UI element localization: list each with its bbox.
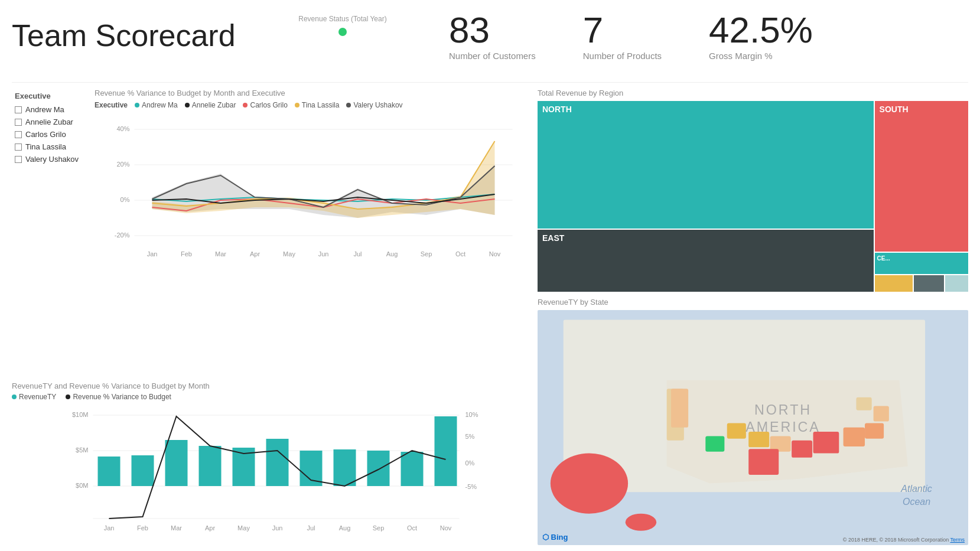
legend-text-andrew: Andrew Ma xyxy=(142,101,178,109)
checkbox-annelie[interactable] xyxy=(15,119,22,126)
legend-text-revenue-ty: RevenueTY xyxy=(19,393,56,401)
svg-text:Feb: Feb xyxy=(137,524,148,532)
kpi-margin-value: 42.5% xyxy=(709,12,813,48)
main-content: Executive Andrew Ma Annelie Zubar Carlos… xyxy=(12,83,968,545)
treemap: NORTH EAST SOUTH CE... xyxy=(538,101,968,292)
title-area: Team Scorecard xyxy=(12,12,260,53)
svg-text:Aug: Aug xyxy=(339,524,351,532)
treemap-south: SOUTH xyxy=(875,101,968,252)
treemap-tiny-row xyxy=(875,275,968,292)
bar-apr xyxy=(199,446,222,486)
legend-dot-variance-budget xyxy=(66,394,70,399)
svg-text:Jun: Jun xyxy=(272,524,283,532)
bar-nov xyxy=(435,416,457,486)
map-svg: NORTH AMERICA Atlantic Ocean xyxy=(538,310,968,545)
checkbox-tina[interactable] xyxy=(15,144,22,151)
treemap-east: EAST xyxy=(538,230,874,292)
filter-item-andrew[interactable]: Andrew Ma xyxy=(15,105,86,114)
filter-item-tina[interactable]: Tina Lassila xyxy=(15,142,86,151)
legend-text-variance-budget: Revenue % Variance to Budget xyxy=(73,393,171,401)
treemap-small-col: CE... xyxy=(875,253,968,292)
filter-item-carlos[interactable]: Carlos Grilo xyxy=(15,130,86,139)
filter-label-andrew: Andrew Ma xyxy=(25,105,64,114)
legend-variance-budget: Revenue % Variance to Budget xyxy=(66,393,171,401)
legend-text-annelie: Annelie Zubar xyxy=(192,101,236,109)
header: Team Scorecard Revenue Status (Total Yea… xyxy=(12,6,968,83)
svg-text:Aug: Aug xyxy=(386,250,398,257)
legend-dot-tina xyxy=(295,103,299,107)
bar-mar xyxy=(165,440,188,486)
total-revenue-panel: Total Revenue by Region NORTH EAST SOUTH… xyxy=(538,89,968,292)
checkbox-carlos[interactable] xyxy=(15,131,22,138)
svg-text:Sep: Sep xyxy=(421,250,432,257)
svg-text:Jul: Jul xyxy=(307,524,315,532)
svg-text:0%: 0% xyxy=(465,459,475,467)
svg-text:40%: 40% xyxy=(116,125,129,132)
treemap-central: CE... xyxy=(875,253,968,274)
checkbox-andrew[interactable] xyxy=(15,106,22,113)
bar-aug xyxy=(334,449,356,486)
bar-jan xyxy=(98,457,121,486)
state-ca xyxy=(671,389,688,428)
svg-text:-5%: -5% xyxy=(465,483,477,490)
legend-dot-andrew xyxy=(135,103,139,107)
svg-text:Feb: Feb xyxy=(181,250,192,257)
svg-text:Sep: Sep xyxy=(373,524,385,532)
revenue-state-title: RevenueTY by State xyxy=(538,298,968,307)
treemap-north: NORTH xyxy=(538,101,874,229)
svg-text:May: May xyxy=(283,250,295,257)
legend-dot-carlos xyxy=(243,103,248,107)
revenue-ty-svg: $10M $5M $0M 10% 5% 0% -5% xyxy=(12,403,529,545)
map-hawaii xyxy=(626,514,656,531)
map-ocean-label: Ocean xyxy=(903,496,930,507)
right-column: Total Revenue by Region NORTH EAST SOUTH… xyxy=(538,89,968,545)
filter-item-annelie[interactable]: Annelie Zubar xyxy=(15,118,86,126)
legend-carlos: Carlos Grilo xyxy=(243,101,287,109)
legend-dot-valery xyxy=(346,103,351,107)
checkbox-valery[interactable] xyxy=(15,156,22,163)
map-continent-label: NORTH xyxy=(754,402,812,418)
total-revenue-title: Total Revenue by Region xyxy=(538,89,968,97)
kpi-customers-value: 83 xyxy=(449,12,536,48)
filter-title: Executive xyxy=(15,92,86,100)
legend-valery: Valery Ushakov xyxy=(346,101,402,109)
revenue-ty-chart: RevenueTY and Revenue % Variance to Budg… xyxy=(12,382,529,545)
status-dot xyxy=(338,28,347,36)
left-column: Executive Andrew Ma Annelie Zubar Carlos… xyxy=(12,89,529,545)
svg-text:$10M: $10M xyxy=(72,411,89,418)
svg-text:Mar: Mar xyxy=(215,250,226,257)
bar-sep xyxy=(367,451,390,486)
revenue-ty-legend: RevenueTY Revenue % Variance to Budget xyxy=(12,393,529,401)
svg-text:20%: 20% xyxy=(116,161,129,168)
treemap-yellow xyxy=(875,275,913,292)
svg-text:Nov: Nov xyxy=(440,524,452,532)
bing-logo: ⬡ Bing xyxy=(542,533,568,542)
svg-text:5%: 5% xyxy=(465,433,475,440)
state-se1 xyxy=(813,432,839,453)
map-terms-link[interactable]: Terms xyxy=(950,537,965,543)
svg-text:10%: 10% xyxy=(465,411,478,418)
status-area: Revenue Status (Total Year) xyxy=(260,12,425,38)
legend-text-carlos: Carlos Grilo xyxy=(250,101,287,109)
state-se3 xyxy=(792,441,812,458)
revenue-variance-chart: Revenue % Variance to Budget by Month an… xyxy=(95,89,529,376)
svg-text:May: May xyxy=(237,524,250,532)
filter-item-valery[interactable]: Valery Ushakov xyxy=(15,155,86,164)
page-title: Team Scorecard xyxy=(12,18,260,53)
kpi-customers-label: Number of Customers xyxy=(449,51,536,61)
bar-oct xyxy=(401,452,424,486)
kpi-products-value: 7 xyxy=(583,12,662,48)
svg-text:Jul: Jul xyxy=(353,250,362,257)
bar-jun xyxy=(266,439,289,486)
kpi-margin-label: Gross Margin % xyxy=(709,51,813,61)
dashboard: Team Scorecard Revenue Status (Total Yea… xyxy=(0,0,980,551)
legend-annelie: Annelie Zubar xyxy=(185,101,236,109)
revenue-ty-title: RevenueTY and Revenue % Variance to Budg… xyxy=(12,382,529,390)
treemap-light-small xyxy=(945,275,968,292)
legend-text-valery: Valery Ushakov xyxy=(353,101,402,109)
top-chart-row: Executive Andrew Ma Annelie Zubar Carlos… xyxy=(12,89,529,376)
filter-label-annelie: Annelie Zubar xyxy=(25,118,73,126)
revenue-variance-legend: Executive Andrew Ma Annelie Zubar Carlos… xyxy=(95,101,529,109)
revenue-variance-title: Revenue % Variance to Budget by Month an… xyxy=(95,89,529,97)
svg-text:Oct: Oct xyxy=(407,524,417,532)
